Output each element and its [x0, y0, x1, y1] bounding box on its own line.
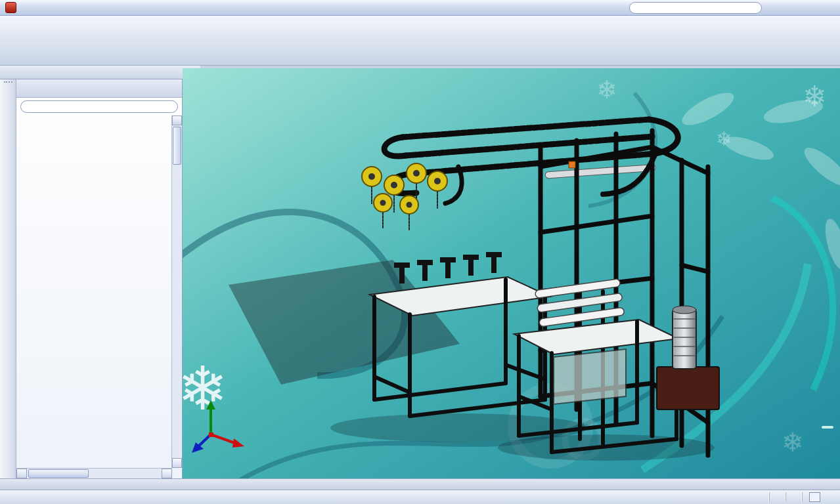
svg-text:❄: ❄: [782, 428, 804, 457]
status-editing: [785, 492, 802, 503]
svg-text:❄: ❄: [596, 76, 617, 104]
views-toolbar: [0, 79, 16, 478]
scroll-up-arrow[interactable]: [172, 116, 182, 125]
tree-filter-input[interactable]: [20, 100, 178, 113]
scroll-right-arrow[interactable]: [162, 469, 172, 478]
svg-text:❄: ❄: [803, 80, 827, 112]
toolbar-grip[interactable]: [4, 81, 12, 85]
svg-text:❄: ❄: [716, 128, 732, 150]
panel-tab-bar: [16, 79, 182, 98]
status-bar: [0, 490, 840, 504]
status-fully-defined: [769, 492, 785, 503]
graphics-viewport[interactable]: ❄ ❄ ❄ ❄ ❄: [183, 68, 840, 478]
title-bar: [0, 0, 840, 16]
assembly-toolbar: [0, 16, 840, 66]
search-input[interactable]: [629, 2, 762, 14]
model-tabs-bar: [0, 478, 840, 490]
solidworks-logo-icon: [5, 2, 16, 13]
scroll-down-arrow[interactable]: [172, 458, 182, 468]
featuremanager-panel: [16, 79, 183, 478]
logo-box-text: [822, 426, 833, 429]
feature-tree: [18, 116, 172, 468]
tree-vertical-scrollbar[interactable]: [171, 116, 182, 468]
quick-tips-button[interactable]: [809, 492, 820, 502]
horizontal-scroll-thumb[interactable]: [28, 469, 89, 478]
scroll-left-arrow[interactable]: [16, 469, 27, 478]
commandmanager-tabs: [0, 66, 200, 79]
app-logo: [0, 2, 25, 13]
tree-horizontal-scrollbar[interactable]: [16, 468, 172, 478]
orientation-triad: [189, 394, 252, 459]
vertical-scroll-thumb[interactable]: [173, 127, 181, 165]
site-logo: [818, 426, 833, 430]
viewport-background: ❄ ❄ ❄ ❄ ❄: [183, 68, 840, 478]
